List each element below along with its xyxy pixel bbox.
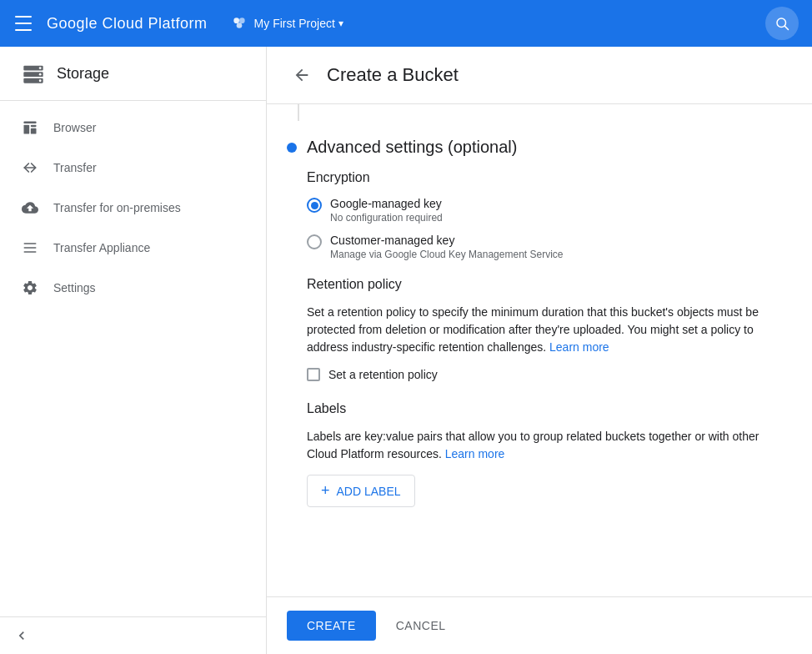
sidebar: Storage Browser — [0, 47, 267, 654]
svg-point-9 — [39, 73, 42, 76]
topbar: Google Cloud Platform My First Project ▾ — [0, 0, 812, 47]
browser-icon — [20, 118, 40, 138]
layout: Storage Browser — [0, 47, 812, 654]
retention-description: Set a retention policy to specify the mi… — [307, 304, 792, 356]
retention-learn-more[interactable]: Learn more — [549, 340, 609, 354]
svg-rect-11 — [24, 122, 37, 124]
section-title: Advanced settings (optional) — [307, 138, 517, 157]
sidebar-transfer-onprem-label: Transfer for on-premises — [53, 201, 181, 214]
create-button[interactable]: CREATE — [287, 611, 376, 641]
radio-google-managed-label: Google-managed key No configuration requ… — [330, 197, 443, 224]
sidebar-browser-label: Browser — [53, 121, 96, 134]
search-button[interactable] — [765, 7, 799, 40]
retention-checkbox-row[interactable]: Set a retention policy — [307, 368, 792, 381]
sidebar-nav: Browser Transfer Transfer for on-prem — [0, 101, 266, 314]
retention-checkbox[interactable] — [307, 368, 320, 381]
sidebar-header: Storage — [0, 47, 266, 101]
svg-line-4 — [784, 26, 788, 29]
svg-rect-14 — [31, 128, 37, 134]
labels-learn-more[interactable]: Learn more — [445, 447, 505, 460]
sidebar-transfer-appliance-label: Transfer Appliance — [53, 241, 150, 254]
sidebar-item-settings[interactable]: Settings — [0, 268, 266, 308]
encryption-title: Encryption — [307, 170, 792, 185]
project-dropdown-icon: ▾ — [338, 18, 343, 29]
project-name: My First Project — [254, 17, 335, 30]
labels-title: Labels — [307, 401, 792, 416]
cancel-button[interactable]: CANCEL — [376, 611, 466, 641]
svg-point-0 — [233, 18, 239, 23]
back-button[interactable] — [287, 60, 317, 90]
settings-icon — [20, 278, 40, 298]
project-selector[interactable]: My First Project ▾ — [231, 15, 343, 32]
content-area: Advanced settings (optional) Encryption … — [267, 104, 812, 596]
sidebar-item-browser[interactable]: Browser — [0, 108, 266, 148]
labels-section: Labels Labels are key:value pairs that a… — [307, 401, 792, 507]
sidebar-title: Storage — [57, 65, 109, 83]
radio-customer-managed-label: Customer-managed key Manage via Google C… — [330, 234, 564, 260]
cloud-upload-icon — [20, 198, 40, 218]
list-icon — [20, 238, 40, 258]
svg-point-1 — [239, 18, 245, 23]
section-dot — [287, 143, 297, 153]
radio-customer-managed-input[interactable] — [307, 234, 322, 249]
sidebar-item-transfer[interactable]: Transfer — [0, 148, 266, 188]
section-header: Advanced settings (optional) — [287, 138, 792, 157]
svg-rect-13 — [31, 125, 37, 128]
app-title: Google Cloud Platform — [47, 15, 208, 33]
svg-rect-12 — [24, 125, 30, 134]
sidebar-collapse-button[interactable] — [0, 616, 266, 654]
add-label-button-label: ADD LABEL — [337, 485, 401, 498]
radio-google-managed-input[interactable] — [307, 198, 322, 213]
retention-section: Retention policy Set a retention policy … — [307, 277, 792, 381]
add-label-button[interactable]: + ADD LABEL — [307, 475, 415, 507]
main-content: Create a Bucket Advanced settings (optio… — [267, 47, 812, 654]
radio-google-managed[interactable]: Google-managed key No configuration requ… — [307, 197, 792, 224]
transfer-icon — [20, 158, 40, 178]
svg-point-2 — [236, 23, 242, 28]
labels-description: Labels are key:value pairs that allow yo… — [307, 428, 792, 463]
retention-title: Retention policy — [307, 277, 792, 292]
retention-checkbox-label: Set a retention policy — [328, 368, 438, 381]
svg-rect-16 — [24, 247, 37, 249]
encryption-section: Encryption Google-managed key No configu… — [307, 170, 792, 507]
page-title: Create a Bucket — [327, 64, 459, 86]
radio-customer-managed[interactable]: Customer-managed key Manage via Google C… — [307, 234, 792, 260]
footer: CREATE CANCEL — [267, 596, 812, 654]
sidebar-item-transfer-appliance[interactable]: Transfer Appliance — [0, 228, 266, 268]
sidebar-item-transfer-on-premises[interactable]: Transfer for on-premises — [0, 188, 266, 228]
sidebar-settings-label: Settings — [53, 281, 96, 294]
svg-rect-17 — [24, 251, 37, 253]
page-header: Create a Bucket — [267, 47, 812, 104]
svg-point-10 — [39, 79, 42, 82]
sidebar-transfer-label: Transfer — [53, 161, 97, 174]
project-icon — [231, 15, 248, 32]
encryption-radio-group: Google-managed key No configuration requ… — [307, 197, 792, 260]
svg-point-8 — [39, 67, 42, 69]
menu-icon[interactable] — [13, 13, 33, 33]
storage-icon — [20, 60, 47, 87]
svg-rect-15 — [24, 243, 37, 244]
add-label-plus-icon: + — [321, 482, 330, 500]
